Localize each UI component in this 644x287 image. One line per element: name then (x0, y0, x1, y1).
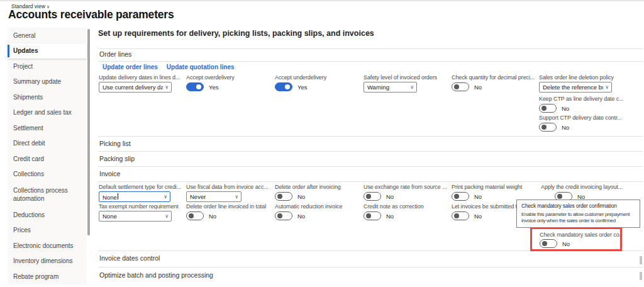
sidebar-item-credit-card[interactable]: Credit card (8, 151, 87, 167)
section-header-invoice[interactable]: Invoice (99, 170, 120, 177)
delete-order-after-toggle[interactable] (275, 192, 292, 201)
support-ctp-toggle[interactable] (539, 123, 557, 132)
sidebar-item-electronic-documents[interactable]: Electronic documents (8, 238, 87, 254)
chevron-down-icon: ∨ (410, 84, 414, 90)
print-packing-weight-toggle[interactable] (452, 192, 469, 201)
section-header-packing-slip[interactable]: Packing slip (99, 155, 135, 162)
sidebar-item-project[interactable]: Project (8, 59, 87, 74)
section-header-picking-list[interactable]: Picking list (99, 140, 131, 147)
chevron-down-icon: ∨ (164, 194, 167, 200)
section-divider (98, 61, 643, 62)
default-settlement-select[interactable]: None ∨ (99, 191, 170, 202)
sidebar-item-shipments[interactable]: Shipments (8, 89, 87, 105)
sidebar-item-settlement[interactable]: Settlement (8, 120, 87, 136)
field-apply-credit-layout: Apply the credit invoicing layout... No (541, 183, 628, 201)
section-divider (98, 48, 643, 49)
highlight-box: Check mandatory sales order co... No (530, 227, 622, 251)
safety-level-select[interactable]: Warning ∨ (364, 82, 417, 93)
field-automatic-reduction: Automatic reduction invoice No (275, 203, 362, 220)
section-divider (98, 151, 643, 152)
field-use-fiscal-data: Use fiscal data from invoice acc... Neve… (186, 183, 273, 202)
accept-underdelivery-toggle[interactable] (275, 82, 292, 91)
order-lines-toolbar: Update order lines Update quotation line… (103, 64, 235, 70)
use-fiscal-data-select[interactable]: Never ∨ (186, 191, 242, 202)
field-use-exchange-rate: Use exchange rate from source ... No (364, 183, 450, 201)
sidebar-item-inventory-dimensions[interactable]: Inventory dimensions (8, 254, 87, 269)
check-quantity-toggle[interactable] (452, 82, 469, 91)
sidebar-item-rebate-program[interactable]: Rebate program (8, 269, 87, 284)
field-print-packing-weight: Print packing material weight No (452, 183, 538, 201)
field-accept-underdelivery: Accept underdelivery Yes (275, 74, 362, 91)
section-divider (98, 267, 643, 267)
field-check-mandatory: Check mandatory sales order co... No (532, 229, 614, 248)
deletion-policy-select[interactable]: Delete the reference but ke... ∨ (539, 82, 612, 93)
field-delete-order-line: Delete order line invoiced in total No (186, 203, 273, 220)
section-divider (98, 181, 643, 182)
sidebar-item-direct-debit[interactable]: Direct debit (8, 136, 87, 152)
tooltip-check-mandatory: Check mandatory sales order confirmation… (516, 200, 640, 228)
field-keep-ctp: Keep CTP as line delivery date c... No (539, 95, 626, 113)
let-invoices-toggle[interactable] (452, 211, 469, 220)
chevron-down-icon: ∨ (605, 84, 609, 90)
field-safety-level: Safety level of invoiced orders Warning … (364, 74, 450, 93)
accept-overdelivery-toggle[interactable] (186, 82, 204, 91)
section-divider (98, 166, 643, 167)
field-accept-overdelivery: Accept overdelivery Yes (186, 74, 273, 91)
sidebar-item-collections-process-automation[interactable]: Collections process automation (8, 182, 87, 207)
tax-exempt-select[interactable]: None ∨ (99, 211, 172, 222)
chevron-down-icon: ∨ (235, 194, 238, 200)
top-strip (0, 0, 644, 1)
section-divider (98, 136, 643, 137)
update-delivery-dates-select[interactable]: Use current delivery dates a... ∨ (99, 82, 172, 93)
field-deletion-policy: Sales order line deletion policy Delete … (539, 74, 626, 93)
text-caret (118, 193, 118, 200)
field-check-quantity: Check quantity for decimal preci... No (452, 74, 538, 91)
field-credit-note: Credit note as correction No (364, 203, 450, 220)
sidebar-item-updates[interactable]: Updates (8, 43, 87, 59)
sidebar-scrollbar[interactable] (87, 29, 90, 235)
check-mandatory-toggle[interactable] (540, 239, 557, 248)
sidebar-item-summary-update[interactable]: Summary update (8, 74, 87, 90)
use-exchange-rate-toggle[interactable] (364, 192, 381, 201)
field-update-delivery-dates: Update delivery dates in lines d... Use … (99, 74, 186, 93)
accounts-receivable-parameters-page: Standard view∨ Accounts receivable param… (0, 0, 644, 287)
sidebar-item-deductions[interactable]: Deductions (8, 207, 87, 223)
section-header-order-lines[interactable]: Order lines (99, 50, 131, 58)
sidebar-item-ledger-and-sales-tax[interactable]: Ledger and sales tax (8, 105, 87, 121)
page-title: Accounts receivable parameters (8, 8, 174, 21)
tooltip-title: Check mandatory sales order confirmation (521, 203, 635, 209)
delete-order-line-toggle[interactable] (186, 211, 204, 220)
main-heading: Set up requirements for delivery, pickin… (98, 29, 374, 38)
tooltip-body: Enable this parameter to allow customer … (521, 211, 635, 224)
field-support-ctp: Support CTP delivery date contr... No (539, 114, 626, 132)
update-quotation-lines-button[interactable]: Update quotation lines (167, 64, 235, 70)
chevron-down-icon: ∨ (165, 84, 169, 90)
automatic-reduction-toggle[interactable] (275, 211, 292, 220)
content-scrollbar-segment[interactable] (640, 272, 642, 280)
field-delete-order-after: Delete order after invoicing No (275, 183, 362, 201)
keep-ctp-toggle[interactable] (539, 104, 557, 113)
field-default-settlement: Default settlement type for credi... Non… (99, 183, 186, 202)
sidebar-item-prices[interactable]: Prices (8, 223, 87, 239)
section-header-optimize-batch[interactable]: Optimize batch and posting processing (99, 271, 213, 279)
sidebar-item-general[interactable]: General (8, 28, 87, 43)
content-scrollbar-segment[interactable] (640, 256, 642, 264)
chevron-down-icon: ∨ (165, 213, 169, 219)
sidebar: General Updates Project Summary update S… (8, 28, 87, 284)
credit-note-toggle[interactable] (364, 211, 381, 220)
field-tax-exempt: Tax exempt number requirement None ∨ (99, 203, 186, 222)
section-header-invoice-dates-control[interactable]: Invoice dates control (99, 254, 160, 262)
sidebar-item-collections[interactable]: Collections (8, 167, 87, 183)
update-order-lines-button[interactable]: Update order lines (103, 64, 158, 70)
